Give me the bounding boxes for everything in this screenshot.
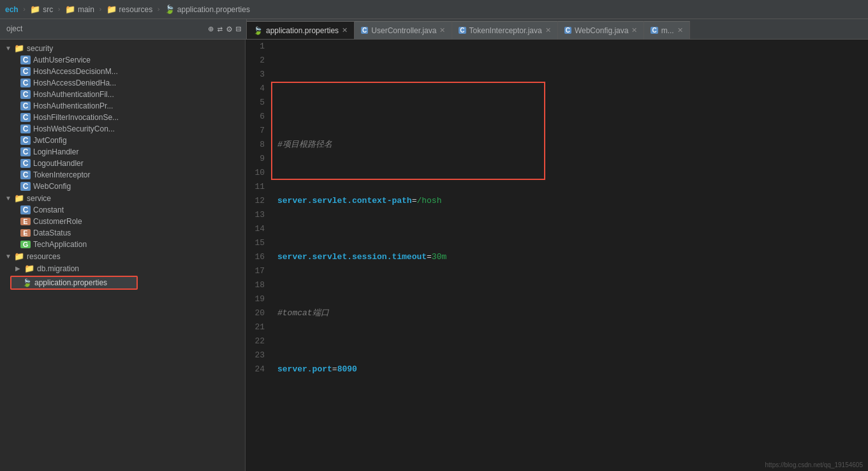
sidebar-item-logouthandler[interactable]: C LogoutHandler bbox=[0, 158, 245, 169]
sidebar-item-dbmigration[interactable]: ▶ 📁 db.migration bbox=[0, 262, 245, 274]
line-num-20: 20 bbox=[252, 306, 265, 320]
class-icon-constant: C bbox=[20, 206, 31, 214]
tab-close-token[interactable]: ✕ bbox=[545, 26, 551, 34]
sidebar-item-loginhandler[interactable]: C LoginHandler bbox=[0, 146, 245, 158]
code-editor[interactable]: #项目根路径名 server.servlet.context-path=/hos… bbox=[271, 40, 868, 471]
sidebar-item-hoshwebsecurity[interactable]: C HoshWebSecurityCon... bbox=[0, 123, 245, 135]
class-icon-hoshauthpr: C bbox=[20, 101, 31, 110]
sidebar-item-constant[interactable]: C Constant bbox=[0, 204, 245, 216]
label-hoshauthfil: HoshAuthenticationFil... bbox=[33, 90, 114, 99]
class-icon-tokeninterceptor: C bbox=[20, 170, 31, 179]
breadcrumb-resources-label: resources bbox=[119, 5, 153, 14]
red-box-lines-4-9 bbox=[271, 82, 545, 180]
tab-webconfig[interactable]: C WebConfig.java ✕ bbox=[558, 21, 645, 39]
sidebar-item-hoshaccessdenied[interactable]: C HoshAccessDeniedHa... bbox=[0, 77, 245, 89]
breadcrumb-sep-2: › bbox=[57, 6, 61, 13]
breadcrumb-main: 📁 main bbox=[65, 4, 94, 14]
folder-icon-main: 📁 bbox=[65, 4, 75, 14]
tab-tokeninterceptor[interactable]: C TokenInterceptor.java ✕ bbox=[452, 21, 557, 39]
label-dbmigration: db.migration bbox=[37, 264, 79, 273]
tab-application-properties[interactable]: 🍃 application.properties ✕ bbox=[247, 21, 355, 39]
class-icon-hoshaccessdenied: C bbox=[20, 78, 31, 87]
folder-icon-service: 📁 bbox=[14, 193, 24, 203]
tab-icon-webconfig: C bbox=[564, 27, 571, 34]
gear-icon[interactable]: ⚙ bbox=[226, 24, 232, 34]
label-logouthandler: LogoutHandler bbox=[33, 159, 84, 168]
label-hoshaccessdecision: HoshAccessDecisionM... bbox=[33, 67, 118, 76]
tab-close-userctrl[interactable]: ✕ bbox=[439, 26, 445, 34]
comment-1: #项目根路径名 bbox=[277, 140, 332, 149]
editor-content[interactable]: 1 2 3 4 5 6 7 8 9 10 11 12 13 14 15 16 1… bbox=[246, 40, 868, 471]
code-line-1: #项目根路径名 bbox=[277, 138, 862, 152]
tab-close-webconfig[interactable]: ✕ bbox=[631, 26, 637, 34]
tab-icon-userctrl: C bbox=[361, 27, 368, 34]
breadcrumb-ech-label: ech bbox=[5, 5, 18, 14]
line-num-16: 16 bbox=[252, 250, 265, 264]
line-num-7: 7 bbox=[252, 124, 265, 138]
line-num-22: 22 bbox=[252, 334, 265, 348]
sidebar-item-techapplication[interactable]: G TechApplication bbox=[0, 239, 245, 250]
key-5: server.port bbox=[277, 364, 332, 374]
sidebar: ▼ 📁 security C AuthUserService C HoshAcc… bbox=[0, 40, 246, 471]
line-num-17: 17 bbox=[252, 264, 265, 278]
tab-usercontroller[interactable]: C UserController.java ✕ bbox=[355, 21, 452, 39]
green-file-icon-appprops: 🍃 bbox=[22, 278, 32, 287]
project-label: oject bbox=[6, 24, 22, 33]
sidebar-item-jwtconfig[interactable]: C JwtConfig bbox=[0, 135, 245, 146]
line-num-11: 11 bbox=[252, 180, 265, 194]
sidebar-item-authuserservice[interactable]: C AuthUserService bbox=[0, 54, 245, 66]
class-icon-loginhandler: C bbox=[20, 147, 31, 156]
breadcrumb-src: 📁 src bbox=[30, 4, 53, 14]
sidebar-item-resources-folder[interactable]: ▼ 📁 resources bbox=[0, 250, 245, 262]
breadcrumb-sep-4: › bbox=[156, 6, 161, 13]
eq-5: = bbox=[332, 364, 337, 374]
folder-icon-security: 📁 bbox=[14, 43, 24, 53]
sidebar-appprops-wrapper: 🍃 application.properties bbox=[0, 274, 245, 291]
sidebar-item-hoshauthpr[interactable]: C HoshAuthenticationPr... bbox=[0, 100, 245, 112]
tab-icon-more: C bbox=[651, 27, 658, 34]
folder-icon-resources: 📁 bbox=[107, 4, 117, 14]
service-folder-label: service bbox=[27, 194, 51, 203]
enum-icon-customerrole: E bbox=[20, 218, 31, 225]
sync-icon[interactable]: ⇄ bbox=[217, 24, 223, 34]
watermark: https://blog.csdn.net/qq_19154605 bbox=[765, 461, 863, 468]
sidebar-item-hoshauthfil[interactable]: C HoshAuthenticationFil... bbox=[0, 89, 245, 100]
target-icon[interactable]: ⊕ bbox=[208, 24, 213, 34]
sidebar-item-hoshfilterinvocation[interactable]: C HoshFilterInvocationSe... bbox=[0, 112, 245, 123]
label-jwtconfig: JwtConfig bbox=[33, 136, 67, 145]
breadcrumb-sep-1: › bbox=[22, 6, 27, 13]
enum-icon-datastatus: E bbox=[20, 229, 31, 237]
key-3: server.servlet.session.timeout bbox=[277, 252, 427, 262]
line-num-13: 13 bbox=[252, 208, 265, 222]
sidebar-item-appprops[interactable]: 🍃 application.properties bbox=[10, 276, 138, 290]
tab-close-more[interactable]: ✕ bbox=[677, 26, 683, 34]
line-num-14: 14 bbox=[252, 222, 265, 236]
sidebar-item-security-folder[interactable]: ▼ 📁 security bbox=[0, 42, 245, 54]
breadcrumb-ech: ech bbox=[5, 5, 18, 14]
tab-label-token: TokenInterceptor.java bbox=[469, 26, 542, 35]
sidebar-item-customerrole[interactable]: E CustomerRole bbox=[0, 216, 245, 227]
line-num-5: 5 bbox=[252, 96, 265, 110]
line-numbers: 1 2 3 4 5 6 7 8 9 10 11 12 13 14 15 16 1… bbox=[246, 40, 271, 471]
code-line-3: server.servlet.session.timeout=30m bbox=[277, 250, 862, 264]
align-icon[interactable]: ⊟ bbox=[236, 24, 241, 34]
line-num-23: 23 bbox=[252, 348, 265, 363]
sidebar-item-webconfig[interactable]: C WebConfig bbox=[0, 181, 245, 192]
resources-folder-label: resources bbox=[27, 252, 61, 261]
code-line-6 bbox=[277, 419, 862, 433]
line-num-19: 19 bbox=[252, 292, 265, 306]
tab-more[interactable]: C m... ✕ bbox=[644, 21, 689, 39]
comment-4: #tomcat端口 bbox=[277, 308, 329, 318]
label-hoshfilterinvocation: HoshFilterInvocationSe... bbox=[33, 113, 119, 122]
sidebar-item-service-folder[interactable]: ▼ 📁 service bbox=[0, 192, 245, 204]
val-3: 30m bbox=[432, 252, 446, 262]
sidebar-item-hoshaccessdecision[interactable]: C HoshAccessDecisionM... bbox=[0, 66, 245, 77]
line-num-12: 12 bbox=[252, 194, 265, 208]
sidebar-tab-header: oject ⊕ ⇄ ⚙ ⊟ bbox=[1, 19, 247, 39]
sidebar-item-tokeninterceptor[interactable]: C TokenInterceptor bbox=[0, 169, 245, 181]
label-appprops: application.properties bbox=[34, 278, 107, 287]
sidebar-item-datastatus[interactable]: E DataStatus bbox=[0, 227, 245, 239]
breadcrumb-appprops: 🍃 application.properties bbox=[165, 4, 250, 14]
tab-icon-token: C bbox=[459, 27, 466, 34]
tab-close-appprops[interactable]: ✕ bbox=[342, 26, 348, 34]
